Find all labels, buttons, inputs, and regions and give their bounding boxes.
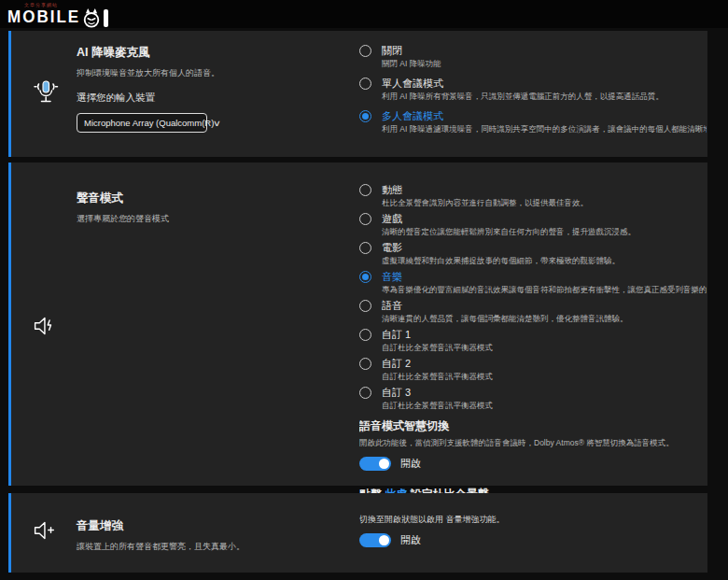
radio-icon-selected [359, 271, 371, 283]
radio-icon [359, 213, 371, 225]
option-desc: 杜比全景聲會識別內容並進行自動調整，以提供最佳音效。 [382, 197, 588, 209]
section-title: 聲音模式 [77, 191, 169, 206]
radio-option-multi-meeting[interactable]: 多人會議模式 利用 AI 降噪過濾環境噪音，同時識別共享空間中的多位演講者，讓會… [359, 109, 707, 135]
volume-boost-toggle[interactable] [359, 533, 391, 547]
ai-mic-section: AI 降噪麥克風 抑制環境噪音並放大所有個人的語音。 選擇您的輸入裝置 Micr… [8, 31, 707, 157]
radio-icon [359, 329, 371, 341]
speaker-plus-icon [30, 516, 58, 545]
radio-icon [359, 300, 371, 312]
option-desc: 虛擬環繞聲和對白效果捕捉故事的每個細節，帶來極致的觀影體驗。 [382, 255, 620, 267]
radio-option-movie[interactable]: 電影 虛擬環繞聲和對白效果捕捉故事的每個細節，帶來極致的觀影體驗。 [359, 241, 707, 267]
radio-option-music[interactable]: 音樂 專為音樂優化的豐富細膩的音訊效果讓每個音符和節拍都更有衝擊性，讓您真正感受… [359, 270, 707, 296]
radio-icon [359, 358, 371, 370]
smart-switch-toggle[interactable] [359, 457, 391, 471]
section-subtitle: 讓裝置上的所有聲音都更響亮，且失真最小。 [77, 541, 245, 553]
sound-mode-section: 聲音模式 選擇專屬於您的聲音模式 動態 杜比全景聲會識別內容並進行自動調整，以提… [8, 163, 707, 486]
radio-icon [359, 184, 371, 196]
option-desc: 清晰的聲音定位讓您能輕鬆辨別來自任何方向的聲音，提升遊戲沉浸感。 [382, 226, 636, 238]
option-desc: 清晰連貫的人聲品質，讓每個詞彙都能清楚聽到，優化整體音訊體驗。 [382, 313, 628, 325]
section-subtitle: 抑制環境噪音並放大所有個人的語音。 [77, 67, 219, 79]
radio-icon [359, 45, 371, 57]
radio-option-custom2[interactable]: 自訂 2 自訂杜比全景聲音訊平衡器模式 [359, 357, 707, 383]
devil-icon [82, 7, 101, 29]
option-label: 單人會議模式 [382, 77, 664, 90]
option-desc: 利用 AI 降噪所有背景噪音，只識別並傳遞電腦正前方的人聲，以提高通話品質。 [382, 91, 664, 103]
option-desc: 利用 AI 降噪過濾環境噪音，同時識別共享空間中的多位演講者，讓會議中的每個人都… [382, 123, 707, 135]
option-label: 多人會議模式 [382, 109, 707, 122]
dropdown-value: Microphone Array (Qualcomm(R) [84, 118, 214, 128]
radio-option-dynamic[interactable]: 動態 杜比全景聲會識別內容並進行自動調整，以提供最佳音效。 [359, 183, 707, 209]
option-label: 自訂 2 [382, 357, 493, 370]
radio-option-off[interactable]: 關閉 關閉 AI 降噪功能 [359, 44, 707, 70]
volume-boost-section: 音量增強 讓裝置上的所有聲音都更響亮，且失真最小。 切換至開啟狀態以啟用 音量增… [8, 493, 707, 573]
radio-option-game[interactable]: 遊戲 清晰的聲音定位讓您能輕鬆辨別來自任何方向的聲音，提升遊戲沉浸感。 [359, 212, 707, 238]
chevron-down-icon: ∨ [213, 119, 221, 128]
section-subtitle: 選擇專屬於您的聲音模式 [77, 213, 169, 225]
logo-brand-text: MOBILE [7, 8, 80, 28]
option-desc: 關閉 AI 降噪功能 [382, 58, 441, 70]
microphone-icon [30, 78, 62, 109]
section-title: 音量增強 [77, 518, 245, 534]
radio-option-single-meeting[interactable]: 單人會議模式 利用 AI 降噪所有背景噪音，只識別並傳遞電腦正前方的人聲，以提高… [359, 77, 707, 103]
volume-boost-desc: 切換至開啟狀態以啟用 音量增強功能。 [359, 514, 707, 526]
option-label: 遊戲 [382, 212, 636, 225]
radio-icon-selected [359, 110, 371, 122]
input-device-label: 選擇您的輸入裝置 [77, 92, 219, 105]
radio-option-custom3[interactable]: 自訂 3 自訂杜比全景聲音訊平衡器模式 [359, 386, 707, 412]
option-label: 電影 [382, 241, 620, 254]
option-label: 自訂 1 [382, 328, 493, 341]
smart-switch-title: 語音模式智慧切換 [359, 418, 707, 434]
option-label: 語音 [382, 299, 628, 312]
option-desc: 自訂杜比全景聲音訊平衡器模式 [382, 371, 493, 383]
option-label: 動態 [382, 183, 588, 196]
option-desc: 專為音樂優化的豐富細膩的音訊效果讓每個音符和節拍都更有衝擊性，讓您真正感受到音樂… [382, 284, 707, 296]
smart-switch-desc: 開啟此功能後，當偵測到支援軟體的語音會議時，Dolby Atmos® 將智慧切換… [359, 438, 707, 449]
radio-icon [359, 387, 371, 399]
radio-icon [359, 78, 371, 90]
radio-icon [359, 242, 371, 254]
radio-option-voice[interactable]: 語音 清晰連貫的人聲品質，讓每個詞彙都能清楚聽到，優化整體音訊體驗。 [359, 299, 707, 325]
option-desc: 自訂杜比全景聲音訊平衡器模式 [382, 400, 493, 412]
section-title: AI 降噪麥克風 [77, 45, 219, 61]
volume-boost-toggle-label: 開啟 [400, 533, 421, 547]
radio-option-custom1[interactable]: 自訂 1 自訂杜比全景聲音訊平衡器模式 [359, 328, 707, 354]
logo-one-bar [104, 9, 108, 27]
option-desc: 自訂杜比全景聲音訊平衡器模式 [382, 342, 493, 354]
smart-switch-toggle-label: 開啟 [400, 457, 421, 471]
topbar: 文章分享網站 MOBILE [0, 0, 728, 28]
input-device-dropdown[interactable]: Microphone Array (Qualcomm(R) ∨ [77, 113, 207, 133]
option-label: 自訂 3 [382, 386, 493, 399]
option-label: 關閉 [382, 44, 441, 57]
speaker-wave-icon [30, 312, 58, 340]
option-label: 音樂 [382, 270, 707, 283]
